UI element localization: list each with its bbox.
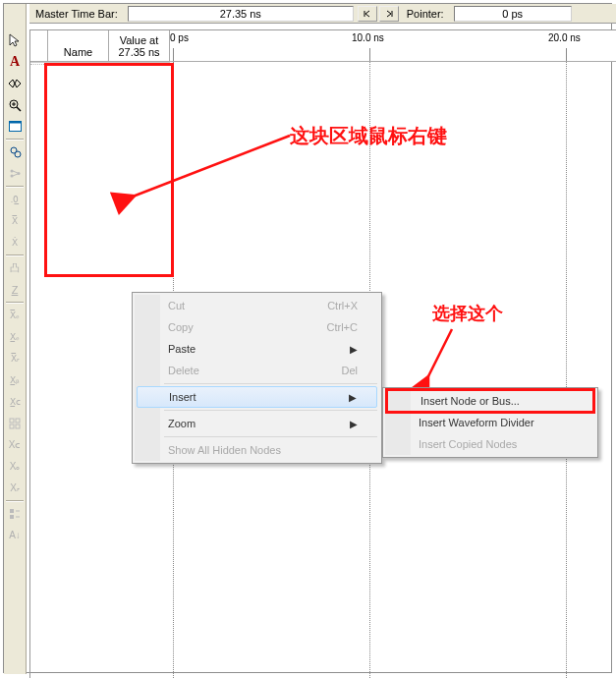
context-menu: Cut Ctrl+X Copy Ctrl+C Paste ▶ Delete De… [132,292,382,464]
zoom-tool-icon[interactable] [6,95,25,114]
menu-copy[interactable]: Copy Ctrl+C [135,316,379,338]
pointer-label: Pointer: [401,6,450,22]
high-z-icon[interactable]: Z [6,280,25,299]
insert-submenu: Insert Node or Bus... Insert Waveform Di… [382,387,598,458]
menu-item-label: Insert Node or Bus... [420,395,520,407]
find-icon[interactable] [6,142,25,161]
tick-mark-icon [369,48,370,60]
menu-separator [164,383,377,384]
menu-separator [164,436,377,437]
menu-paste[interactable]: Paste ▶ [135,338,379,360]
pointer-tool-icon[interactable] [6,30,25,49]
menu-show-hidden[interactable]: Show All Hidden Nodes [135,439,379,461]
left-toolbar: A .0̲ X̅ Ẋ 凸 Z X̅ₑ X̲ₑ X̅ᵣ X̲ᵦ X̲ᴄ Xᴄ Xₒ… [4,4,27,674]
menu-item-shortcut: Ctrl+C [327,321,358,333]
force-low-icon[interactable]: .0̲ [6,190,25,208]
header-value-col[interactable]: Value at 27.35 ns [109,30,170,61]
menu-item-label: Insert Waveform Divider [419,417,534,428]
gridline [566,60,567,678]
menu-separator [164,410,377,411]
svg-rect-13 [10,424,14,428]
toolbar-separator [6,139,24,140]
master-time-value[interactable]: 27.35 ns [128,6,354,22]
group-icon[interactable] [6,504,25,523]
svg-rect-12 [16,419,20,423]
header-icon-col [30,30,48,61]
menu-item-label: Show All Hidden Nodes [168,444,281,456]
submenu-arrow-icon: ▶ [349,392,357,403]
fullscreen-icon[interactable] [6,117,25,136]
svg-point-7 [15,151,21,157]
clock-icon[interactable]: X̲ᴄ [6,392,25,411]
menu-insert[interactable]: Insert ▶ [137,386,377,408]
group-nodes-icon[interactable] [6,164,25,183]
annotation-highlight-box [44,63,174,277]
menu-delete[interactable]: Delete Del [135,360,379,381]
text-tool-icon[interactable]: A [6,52,25,71]
header-value-label2: 27.35 ns [118,46,159,58]
svg-line-1 [17,107,21,111]
menu-item-shortcut: Del [341,365,358,376]
header-name-col[interactable]: Name [48,30,109,61]
xc-icon[interactable]: Xᴄ [6,435,25,454]
invert-icon[interactable]: 凸 [6,258,25,277]
transition-tool-icon[interactable] [6,74,25,92]
toolbar-separator [6,500,24,501]
annotation-rightclick-text: 这块区域鼠标右键 [290,123,447,149]
weak-unknown-icon[interactable]: X̅ᵣ [6,349,25,367]
submenu-insert-node-bus[interactable]: Insert Node or Bus... [387,390,593,412]
header-value-label1: Value at [120,34,159,46]
pointer-value: 0 ps [454,6,572,22]
menu-item-label: Delete [168,365,199,376]
tick-mark-icon [566,48,567,60]
toolbar-separator [6,186,24,187]
count-icon[interactable] [6,414,25,432]
menu-item-label: Copy [168,321,194,333]
svg-rect-14 [16,424,20,428]
submenu-arrow-icon: ▶ [350,344,358,355]
sort-icon[interactable]: A↓ [6,526,25,544]
submenu-insert-copied[interactable]: Insert Copied Nodes [385,433,595,455]
toolbar-separator [6,254,24,255]
step-left-icon[interactable] [358,6,377,22]
header-name-label: Name [64,46,92,58]
svg-rect-5 [9,122,21,124]
menu-item-label: Cut [168,300,185,311]
dont-care-icon[interactable]: X̲ᵦ [6,370,25,389]
master-time-label: Master Time Bar: [29,6,124,22]
time-ruler[interactable]: 0 ps 10.0 ns 20.0 ns [170,30,616,61]
annotation-select-text: 选择这个 [432,302,503,325]
toolbar-separator [6,302,24,303]
menu-zoom[interactable]: Zoom ▶ [135,413,379,434]
svg-rect-16 [10,515,14,519]
tick-label: 10.0 ns [352,32,384,44]
force-unknown-icon[interactable]: Ẋ [6,233,25,252]
menu-item-label: Paste [168,343,196,355]
tick-mark-icon [173,48,174,60]
menu-item-label: Zoom [168,418,196,429]
menu-item-label: Insert [169,391,196,403]
waveform-header: Name Value at 27.35 ns 0 ps 10.0 ns 20.0… [30,30,616,62]
tick-label: 20.0 ns [548,32,581,44]
weak-high-icon[interactable]: X̲ₑ [6,327,25,346]
step-right-icon[interactable] [379,6,399,22]
menu-item-label: Insert Copied Nodes [419,438,517,450]
time-bar: Master Time Bar: 27.35 ns Pointer: 0 ps [29,4,616,24]
submenu-insert-divider[interactable]: Insert Waveform Divider [385,412,595,433]
menu-cut[interactable]: Cut Ctrl+X [135,295,379,316]
menu-item-shortcut: Ctrl+X [327,300,358,311]
submenu-arrow-icon: ▶ [350,419,358,429]
force-high-icon[interactable]: X̅ [6,211,25,230]
xo-icon[interactable]: Xₒ [6,457,25,476]
xr-icon[interactable]: Xᵣ [6,479,25,497]
svg-rect-15 [10,509,14,513]
weak-low-icon[interactable]: X̅ₑ [6,306,25,324]
tick-label: 0 ps [170,32,189,44]
svg-rect-11 [10,419,14,423]
